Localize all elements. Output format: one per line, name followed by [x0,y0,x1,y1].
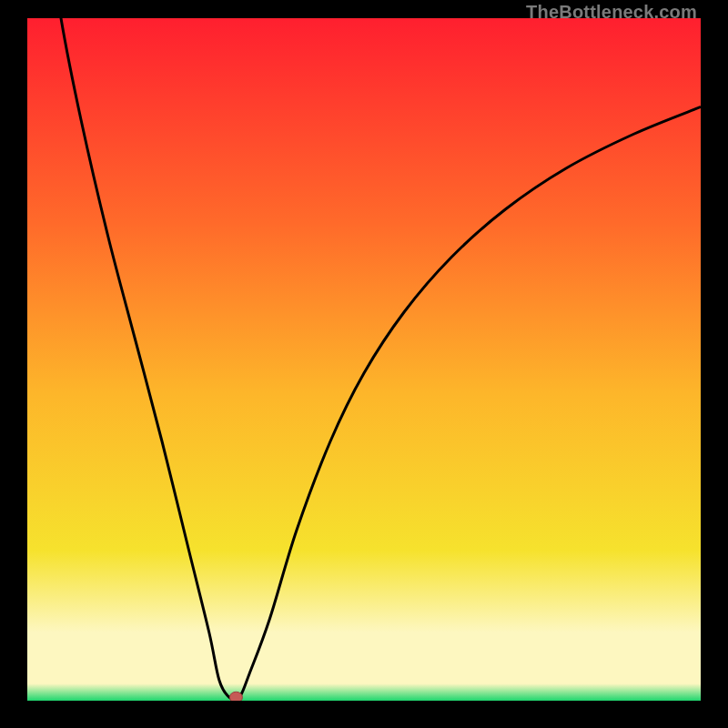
gradient-background [27,18,701,701]
chart-frame: TheBottleneck.com [0,0,728,728]
plot-area [27,18,701,701]
bottleneck-chart [27,18,701,701]
optimum-marker [229,692,242,701]
